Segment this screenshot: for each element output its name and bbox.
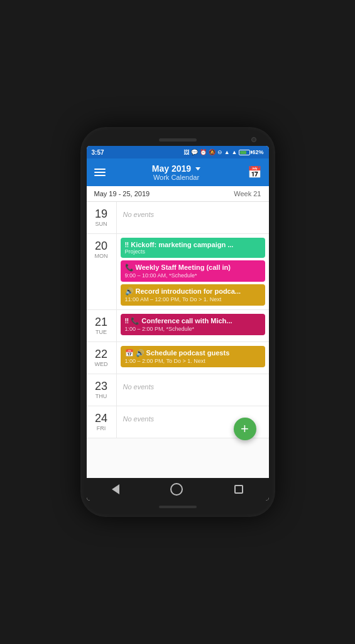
header-center: May 2019 Work Calendar <box>106 164 248 181</box>
status-bar: 3:57 🖼 💬 ⏰ 🔕 ⊖ ▲ ▲ 62% <box>87 146 269 158</box>
event-kickoff-tag: Projects <box>125 248 261 255</box>
event-conference-call-subtitle: 1:00 – 2:00 PM, *Schedule* <box>125 326 261 332</box>
event-podcast-guests-title: 📅 🔊 Schedule podcast guests <box>125 349 261 357</box>
bottom-nav <box>87 478 269 501</box>
week-range: May 19 - 25, 2019 <box>94 190 150 197</box>
week-number: Week 21 <box>234 190 261 197</box>
day-name-thu: Thu <box>96 393 107 399</box>
event-podcast-record[interactable]: 🔊 Record introduction for podca... 11:00… <box>121 284 265 306</box>
header-subtitle: Work Calendar <box>106 174 248 181</box>
event-staff-meeting-subtitle: 9:00 – 10:00 AM, *Schedule* <box>125 272 261 279</box>
day-num-21: 21 <box>95 316 107 328</box>
day-row-wed: 22 Wed 📅 🔊 Schedule podcast guests 1:00 … <box>87 342 269 374</box>
day-events-22: 📅 🔊 Schedule podcast guests 1:00 – 2:00 … <box>117 342 269 374</box>
speaker-bottom <box>159 506 197 508</box>
event-kickoff[interactable]: ‼️ Kickoff: marketing campaign ... Proje… <box>121 238 265 258</box>
day-events-23: No events <box>117 374 269 406</box>
day-name-wed: Wed <box>95 361 108 367</box>
event-podcast-guests[interactable]: 📅 🔊 Schedule podcast guests 1:00 – 2:00 … <box>121 346 265 367</box>
menu-line-3 <box>94 175 106 176</box>
header-title[interactable]: May 2019 <box>106 164 248 174</box>
no-events-23: No events <box>121 378 265 396</box>
day-num-19: 19 <box>95 208 107 219</box>
day-name-fri: Fri <box>97 425 106 431</box>
calendar-content[interactable]: 19 Sun No events 20 Mon ‼️ Kickoff: mark… <box>87 202 269 478</box>
day-num-20: 20 <box>95 240 107 252</box>
menu-line-1 <box>94 169 106 170</box>
calendar-icon[interactable]: 📅 <box>248 165 261 179</box>
chevron-down-icon <box>195 167 200 170</box>
day-label-19: 19 Sun <box>87 202 117 233</box>
add-event-button[interactable]: + <box>234 418 256 440</box>
battery-percent: 62% <box>252 149 263 155</box>
speaker-top <box>159 138 197 142</box>
back-icon <box>112 484 119 494</box>
event-podcast-record-title: 🔊 Record introduction for podca... <box>125 287 261 296</box>
day-events-20: ‼️ Kickoff: marketing campaign ... Proje… <box>117 234 269 309</box>
day-label-21: 21 Tue <box>87 310 117 341</box>
day-row-tue: 21 Tue ‼️ 📞 Conference call with Mich...… <box>87 310 269 342</box>
day-num-22: 22 <box>95 348 107 360</box>
event-staff-meeting[interactable]: 📞 Weekly Staff Meeting (call in) 9:00 – … <box>121 260 265 282</box>
day-row-mon: 20 Mon ‼️ Kickoff: marketing campaign ..… <box>87 234 269 310</box>
day-num-23: 23 <box>95 380 107 392</box>
day-events-21: ‼️ 📞 Conference call with Mich... 1:00 –… <box>117 310 269 341</box>
phone-bottom <box>87 501 269 511</box>
no-events-19: No events <box>121 206 265 223</box>
status-time: 3:57 <box>92 149 104 156</box>
day-name-tue: Tue <box>96 329 107 335</box>
phone-top-bar <box>87 133 269 146</box>
signal-icon: ▲ <box>232 149 238 155</box>
app-header: May 2019 Work Calendar 📅 <box>87 158 269 186</box>
recents-icon <box>234 485 243 494</box>
day-num-24: 24 <box>95 413 107 424</box>
status-icons: 🖼 💬 ⏰ 🔕 ⊖ ▲ ▲ 62% <box>183 149 264 155</box>
recents-button[interactable] <box>234 485 243 494</box>
menu-button[interactable] <box>94 169 106 176</box>
day-label-22: 22 Wed <box>87 342 117 374</box>
home-button[interactable] <box>170 483 183 496</box>
phone-shell: 3:57 🖼 💬 ⏰ 🔕 ⊖ ▲ ▲ 62% <box>80 127 275 517</box>
message-icon: 💬 <box>191 149 198 155</box>
media-icon: 🖼 <box>183 149 189 155</box>
alarm-icon: ⏰ <box>200 149 207 155</box>
event-staff-meeting-title: 📞 Weekly Staff Meeting (call in) <box>125 264 261 272</box>
wifi-icon: ▲ <box>224 149 230 155</box>
bell-off-icon: 🔕 <box>209 149 216 155</box>
event-podcast-guests-subtitle: 1:00 – 2:00 PM, To Do > 1. Next <box>125 358 261 364</box>
home-icon <box>170 483 183 496</box>
event-podcast-record-subtitle: 11:00 AM – 12:00 PM, To Do > 1. Next <box>125 296 261 303</box>
menu-line-2 <box>94 172 106 173</box>
event-conference-call[interactable]: ‼️ 📞 Conference call with Mich... 1:00 –… <box>121 314 265 335</box>
day-name-sun: Sun <box>95 221 107 227</box>
day-label-23: 23 Thu <box>87 374 117 406</box>
day-label-20: 20 Mon <box>87 234 117 309</box>
minus-circle-icon: ⊖ <box>217 149 222 155</box>
camera-dot <box>251 137 256 142</box>
event-kickoff-title: ‼️ Kickoff: marketing campaign ... <box>125 241 261 248</box>
day-row-sun: 19 Sun No events <box>87 202 269 234</box>
day-name-mon: Mon <box>95 253 108 259</box>
event-conference-call-title: ‼️ 📞 Conference call with Mich... <box>125 317 261 325</box>
day-events-19: No events <box>117 202 269 233</box>
day-label-24: 24 Fri <box>87 406 117 438</box>
day-row-thu: 23 Thu No events <box>87 374 269 406</box>
battery-icon <box>239 150 250 155</box>
phone-screen: 3:57 🖼 💬 ⏰ 🔕 ⊖ ▲ ▲ 62% <box>87 146 269 501</box>
week-header: May 19 - 25, 2019 Week 21 <box>87 186 269 202</box>
back-button[interactable] <box>112 484 119 494</box>
plus-icon: + <box>241 421 249 437</box>
